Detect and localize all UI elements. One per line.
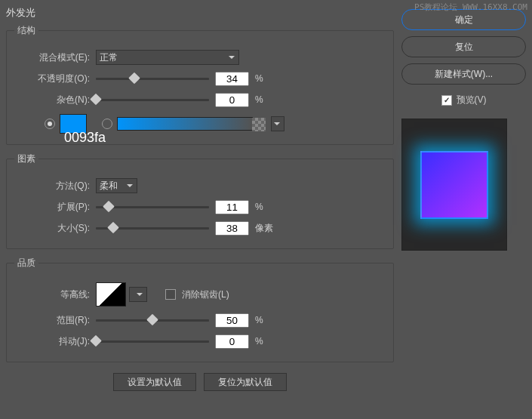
jitter-label: 抖动(J): — [16, 335, 90, 348]
antialias-checkbox[interactable] — [165, 289, 176, 300]
size-slider[interactable] — [96, 227, 209, 230]
panel-title: 外发光 — [6, 6, 394, 20]
noise-input[interactable] — [215, 93, 249, 107]
opacity-slider[interactable] — [96, 78, 209, 80]
structure-fieldset: 结构 混合模式(E): 正常 不透明度(O): % 杂色(N): % — [6, 24, 394, 145]
gradient-preview[interactable] — [117, 117, 253, 131]
jitter-unit: % — [255, 336, 278, 347]
gradient-dropdown[interactable] — [271, 116, 284, 131]
reset-button[interactable]: 复位 — [401, 36, 526, 57]
size-unit: 像素 — [255, 222, 278, 235]
right-panel: 确定 复位 新建样式(W)... 预览(V) — [401, 6, 526, 413]
size-input[interactable] — [215, 221, 249, 236]
blend-mode-select[interactable]: 正常 — [96, 50, 239, 65]
spread-label: 扩展(P): — [16, 201, 90, 214]
noise-slider[interactable] — [96, 99, 209, 101]
range-unit: % — [255, 315, 278, 325]
reset-default-button[interactable]: 复位为默认值 — [204, 373, 287, 391]
gradient-radio[interactable] — [102, 119, 112, 129]
noise-label: 杂色(N): — [16, 94, 90, 106]
quality-fieldset: 品质 等高线: 消除锯齿(L) 范围(R): % 抖动(J): % — [6, 257, 394, 362]
left-panel: 外发光 结构 混合模式(E): 正常 不透明度(O): % 杂色(N): % 0… — [6, 6, 394, 413]
opacity-label: 不透明度(O): — [16, 72, 90, 85]
opacity-input[interactable] — [215, 72, 249, 86]
jitter-slider[interactable] — [96, 340, 209, 343]
spread-unit: % — [255, 202, 278, 212]
main-container: 外发光 结构 混合模式(E): 正常 不透明度(O): % 杂色(N): % 0… — [0, 0, 532, 419]
contour-label: 等高线: — [16, 288, 90, 301]
quality-legend: 品质 — [14, 257, 38, 270]
opacity-unit: % — [255, 73, 278, 84]
elements-fieldset: 图素 方法(Q): 柔和 扩展(P): % 大小(S): 像素 — [6, 153, 394, 249]
new-style-button[interactable]: 新建样式(W)... — [401, 63, 526, 85]
preview-box — [401, 119, 507, 251]
watermark-text: PS教程论坛 WWW.16XX8.COM — [414, 2, 527, 13]
antialias-label: 消除锯齿(L) — [182, 288, 229, 301]
range-label: 范围(R): — [16, 314, 90, 327]
size-label: 大小(S): — [16, 222, 90, 235]
structure-legend: 结构 — [14, 24, 38, 37]
range-input[interactable] — [215, 313, 249, 328]
color-code-text: 0093fa — [64, 130, 106, 146]
jitter-input[interactable] — [215, 334, 249, 349]
contour-picker[interactable] — [96, 282, 126, 307]
technique-label: 方法(Q): — [16, 180, 90, 193]
technique-select[interactable]: 柔和 — [96, 178, 137, 193]
blend-mode-label: 混合模式(E): — [16, 51, 90, 64]
noise-unit: % — [255, 94, 278, 105]
range-slider[interactable] — [96, 319, 209, 322]
set-default-button[interactable]: 设置为默认值 — [113, 373, 196, 391]
preview-label: 预览(V) — [457, 94, 487, 106]
spread-slider[interactable] — [96, 206, 209, 208]
spread-input[interactable] — [215, 200, 249, 214]
color-radio[interactable] — [45, 119, 55, 129]
contour-dropdown[interactable] — [129, 287, 147, 302]
elements-legend: 图素 — [14, 153, 38, 165]
preview-swatch — [420, 151, 488, 219]
preview-checkbox[interactable] — [441, 95, 452, 106]
